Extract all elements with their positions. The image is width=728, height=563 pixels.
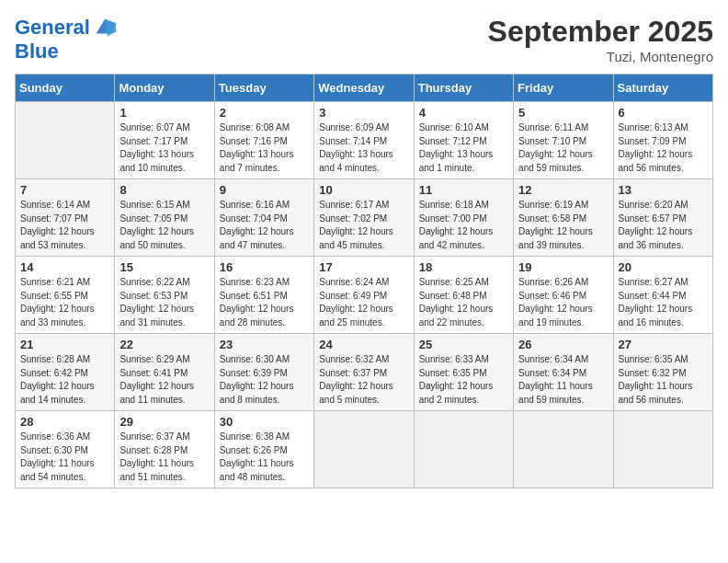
calendar-cell: 18Sunrise: 6:25 AMSunset: 6:48 PMDayligh… — [414, 257, 513, 334]
day-number: 21 — [20, 338, 109, 351]
day-number: 7 — [20, 183, 109, 197]
sunset-text: Sunset: 6:34 PM — [518, 367, 608, 381]
daylight-text: Daylight: 11 hours and 54 minutes. — [20, 457, 109, 484]
calendar-cell: 5Sunrise: 6:11 AMSunset: 7:10 PMDaylight… — [514, 102, 613, 179]
calendar-cell — [613, 411, 712, 488]
sunset-text: Sunset: 6:58 PM — [518, 213, 608, 226]
day-detail: Sunrise: 6:25 AMSunset: 6:48 PMDaylight:… — [419, 276, 508, 329]
calendar-cell — [514, 411, 613, 488]
calendar-week-3: 14Sunrise: 6:21 AMSunset: 6:55 PMDayligh… — [16, 257, 713, 334]
sunset-text: Sunset: 7:09 PM — [619, 135, 708, 149]
logo: General Blue — [15, 15, 118, 63]
header-day-friday: Friday — [514, 75, 613, 102]
daylight-text: Daylight: 12 hours and 16 minutes. — [619, 303, 708, 329]
sunrise-text: Sunrise: 6:13 AM — [619, 121, 708, 135]
sunset-text: Sunset: 7:07 PM — [20, 213, 109, 226]
sunset-text: Sunset: 6:51 PM — [220, 290, 309, 304]
sunset-text: Sunset: 6:42 PM — [20, 367, 109, 381]
calendar-cell: 19Sunrise: 6:26 AMSunset: 6:46 PMDayligh… — [514, 257, 613, 334]
calendar-cell: 4Sunrise: 6:10 AMSunset: 7:12 PMDaylight… — [414, 102, 513, 179]
day-number: 24 — [319, 338, 408, 351]
sunset-text: Sunset: 7:10 PM — [518, 135, 608, 149]
daylight-text: Daylight: 12 hours and 22 minutes. — [419, 303, 508, 329]
sunset-text: Sunset: 6:48 PM — [419, 290, 508, 304]
calendar-cell: 20Sunrise: 6:27 AMSunset: 6:44 PMDayligh… — [613, 257, 712, 334]
day-number: 26 — [518, 338, 608, 351]
header-day-thursday: Thursday — [414, 75, 513, 102]
day-number: 1 — [119, 106, 209, 120]
calendar-cell: 23Sunrise: 6:30 AMSunset: 6:39 PMDayligh… — [214, 334, 313, 411]
day-number: 2 — [220, 106, 309, 120]
sunrise-text: Sunrise: 6:15 AM — [119, 199, 209, 213]
day-detail: Sunrise: 6:08 AMSunset: 7:16 PMDaylight:… — [220, 121, 309, 175]
sunset-text: Sunset: 7:04 PM — [220, 213, 309, 226]
calendar-cell: 8Sunrise: 6:15 AMSunset: 7:05 PMDaylight… — [115, 179, 214, 257]
sunrise-text: Sunrise: 6:32 AM — [319, 353, 408, 367]
day-detail: Sunrise: 6:20 AMSunset: 6:57 PMDaylight:… — [619, 199, 708, 252]
day-detail: Sunrise: 6:09 AMSunset: 7:14 PMDaylight:… — [319, 121, 408, 175]
day-detail: Sunrise: 6:24 AMSunset: 6:49 PMDaylight:… — [319, 276, 408, 329]
calendar-cell: 1Sunrise: 6:07 AMSunset: 7:17 PMDaylight… — [115, 102, 214, 179]
daylight-text: Daylight: 13 hours and 1 minute. — [419, 148, 508, 175]
sunset-text: Sunset: 6:46 PM — [518, 290, 608, 304]
day-detail: Sunrise: 6:28 AMSunset: 6:42 PMDaylight:… — [20, 353, 109, 407]
sunrise-text: Sunrise: 6:14 AM — [20, 199, 109, 213]
day-detail: Sunrise: 6:13 AMSunset: 7:09 PMDaylight:… — [619, 121, 708, 175]
sunrise-text: Sunrise: 6:22 AM — [119, 276, 209, 290]
sunrise-text: Sunrise: 6:17 AM — [319, 199, 408, 213]
calendar-table: SundayMondayTuesdayWednesdayThursdayFrid… — [15, 74, 713, 488]
calendar-header-row: SundayMondayTuesdayWednesdayThursdayFrid… — [16, 75, 713, 102]
calendar-cell: 29Sunrise: 6:37 AMSunset: 6:28 PMDayligh… — [115, 411, 214, 488]
calendar-cell: 6Sunrise: 6:13 AMSunset: 7:09 PMDaylight… — [613, 102, 712, 179]
header-day-saturday: Saturday — [613, 75, 712, 102]
day-detail: Sunrise: 6:16 AMSunset: 7:04 PMDaylight:… — [220, 199, 309, 252]
sunset-text: Sunset: 6:32 PM — [619, 367, 708, 381]
calendar-cell: 22Sunrise: 6:29 AMSunset: 6:41 PMDayligh… — [115, 334, 214, 411]
daylight-text: Daylight: 12 hours and 31 minutes. — [119, 303, 209, 329]
logo-icon — [92, 15, 118, 40]
calendar-cell: 21Sunrise: 6:28 AMSunset: 6:42 PMDayligh… — [16, 334, 115, 411]
daylight-text: Daylight: 12 hours and 25 minutes. — [319, 303, 408, 329]
daylight-text: Daylight: 12 hours and 42 minutes. — [419, 225, 508, 252]
calendar-cell: 24Sunrise: 6:32 AMSunset: 6:37 PMDayligh… — [314, 334, 414, 411]
location: Tuzi, Montenegro — [488, 49, 713, 64]
sunset-text: Sunset: 6:37 PM — [319, 367, 408, 381]
daylight-text: Daylight: 11 hours and 56 minutes. — [619, 380, 708, 407]
daylight-text: Daylight: 12 hours and 8 minutes. — [220, 380, 309, 407]
day-detail: Sunrise: 6:26 AMSunset: 6:46 PMDaylight:… — [518, 276, 608, 329]
daylight-text: Daylight: 12 hours and 56 minutes. — [619, 148, 708, 175]
day-number: 3 — [319, 106, 408, 120]
month-title: September 2025 — [488, 15, 713, 49]
day-detail: Sunrise: 6:11 AMSunset: 7:10 PMDaylight:… — [518, 121, 608, 175]
page-header: General Blue September 2025 Tuzi, Monten… — [15, 15, 713, 64]
calendar-cell: 15Sunrise: 6:22 AMSunset: 6:53 PMDayligh… — [115, 257, 214, 334]
sunset-text: Sunset: 6:30 PM — [20, 444, 109, 458]
calendar-cell — [16, 102, 115, 179]
sunset-text: Sunset: 6:35 PM — [419, 367, 508, 381]
day-detail: Sunrise: 6:14 AMSunset: 7:07 PMDaylight:… — [20, 199, 109, 252]
calendar-cell: 16Sunrise: 6:23 AMSunset: 6:51 PMDayligh… — [214, 257, 313, 334]
calendar-week-4: 21Sunrise: 6:28 AMSunset: 6:42 PMDayligh… — [16, 334, 713, 411]
day-detail: Sunrise: 6:36 AMSunset: 6:30 PMDaylight:… — [20, 431, 109, 484]
header-day-tuesday: Tuesday — [214, 75, 313, 102]
day-number: 20 — [619, 260, 708, 274]
day-number: 29 — [119, 415, 209, 429]
sunrise-text: Sunrise: 6:30 AM — [220, 353, 309, 367]
day-detail: Sunrise: 6:29 AMSunset: 6:41 PMDaylight:… — [119, 353, 209, 407]
day-detail: Sunrise: 6:33 AMSunset: 6:35 PMDaylight:… — [419, 353, 508, 407]
day-detail: Sunrise: 6:10 AMSunset: 7:12 PMDaylight:… — [419, 121, 508, 175]
daylight-text: Daylight: 13 hours and 4 minutes. — [319, 148, 408, 175]
day-number: 6 — [619, 106, 708, 120]
day-number: 18 — [419, 260, 508, 274]
calendar-cell: 27Sunrise: 6:35 AMSunset: 6:32 PMDayligh… — [613, 334, 712, 411]
calendar-cell: 2Sunrise: 6:08 AMSunset: 7:16 PMDaylight… — [214, 102, 313, 179]
sunrise-text: Sunrise: 6:38 AM — [220, 431, 309, 444]
day-detail: Sunrise: 6:19 AMSunset: 6:58 PMDaylight:… — [518, 199, 608, 252]
sunset-text: Sunset: 6:57 PM — [619, 213, 708, 226]
sunrise-text: Sunrise: 6:26 AM — [518, 276, 608, 290]
sunrise-text: Sunrise: 6:23 AM — [220, 276, 309, 290]
sunrise-text: Sunrise: 6:08 AM — [220, 121, 309, 135]
sunrise-text: Sunrise: 6:11 AM — [518, 121, 608, 135]
sunrise-text: Sunrise: 6:28 AM — [20, 353, 109, 367]
day-number: 30 — [220, 415, 309, 429]
